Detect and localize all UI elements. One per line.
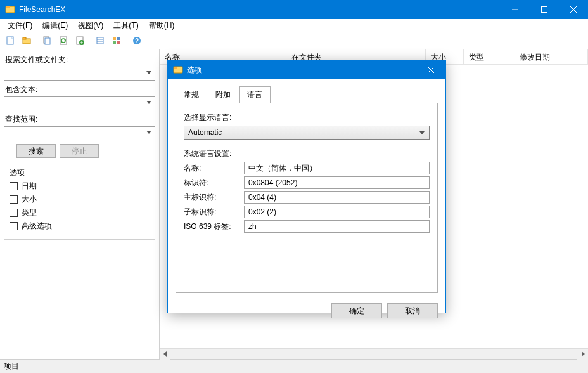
cancel-button[interactable]: 取消 — [387, 303, 438, 318]
search-button[interactable]: 搜索 — [16, 144, 56, 158]
row-sub: 子标识符: 0x02 (2) — [184, 206, 430, 218]
option-date-label: 日期 — [22, 181, 37, 192]
row-sub-value: 0x02 (2) — [244, 206, 430, 218]
maximize-button[interactable] — [530, 0, 559, 19]
options-title: 选项 — [10, 167, 151, 178]
option-type-label: 类型 — [22, 207, 37, 218]
grid-view-icon[interactable] — [109, 33, 124, 48]
svg-rect-34 — [174, 67, 177, 69]
menu-tools[interactable]: 工具(T) — [108, 20, 143, 32]
dialog-body: 常规 附加 语言 选择显示语言: Automatic 系统语言设置: 名称: 中… — [168, 79, 445, 298]
row-major-value: 0x04 (4) — [244, 191, 430, 204]
col-modified[interactable]: 修改日期 — [514, 49, 588, 64]
row-id-key: 标识符: — [184, 178, 244, 188]
add-icon[interactable] — [72, 33, 87, 48]
dialog-icon — [173, 65, 183, 75]
scroll-left-icon[interactable] — [160, 349, 170, 360]
chevron-down-icon — [146, 99, 152, 105]
refresh-icon[interactable] — [56, 33, 71, 48]
statusbar: 项目 — [0, 359, 588, 373]
row-iso-key: ISO 639 标签: — [184, 221, 244, 232]
tab-additional[interactable]: 附加 — [207, 86, 239, 103]
search-input[interactable] — [4, 67, 155, 81]
svg-rect-1 — [6, 6, 10, 8]
svg-marker-30 — [146, 131, 151, 134]
svg-rect-9 — [23, 37, 26, 39]
list-view-icon[interactable] — [93, 33, 108, 48]
row-major-key: 主标识符: — [184, 192, 244, 203]
option-advanced[interactable]: 高级选项 — [10, 221, 150, 232]
status-text: 项目 — [4, 361, 19, 372]
checkbox-icon[interactable] — [10, 182, 18, 190]
checkbox-icon[interactable] — [10, 209, 18, 217]
tab-general[interactable]: 常规 — [176, 86, 207, 103]
dialog-buttons: 确定 取消 — [168, 298, 445, 324]
option-type[interactable]: 类型 — [10, 207, 150, 218]
checkbox-icon[interactable] — [10, 195, 18, 204]
option-date[interactable]: 日期 — [10, 181, 150, 192]
svg-marker-31 — [163, 351, 167, 357]
svg-marker-28 — [146, 71, 151, 74]
svg-text:?: ? — [135, 37, 139, 44]
titlebar: FileSearchEX — [0, 0, 588, 19]
contains-label: 包含文本: — [5, 84, 155, 95]
language-select-value: Automatic — [188, 128, 222, 137]
search-label: 搜索文件或文件夹: — [5, 55, 155, 65]
minimize-button[interactable] — [501, 0, 530, 19]
scroll-right-icon[interactable] — [577, 349, 588, 360]
checkbox-icon[interactable] — [10, 222, 18, 230]
menu-view[interactable]: 视图(V) — [73, 20, 108, 32]
col-type[interactable]: 类型 — [464, 49, 514, 64]
svg-marker-32 — [582, 351, 585, 357]
close-button[interactable] — [559, 0, 588, 19]
chevron-down-icon — [146, 129, 152, 135]
row-name-key: 名称: — [184, 163, 244, 174]
svg-marker-37 — [419, 131, 425, 134]
options-group: 选项 日期 大小 类型 高级选项 — [4, 162, 155, 240]
contains-input[interactable] — [4, 96, 155, 110]
left-panel: 搜索文件或文件夹: 包含文本: 查找范围: 搜索 停止 选项 日期 大小 类型 … — [0, 49, 160, 359]
row-iso: ISO 639 标签: zh — [184, 220, 430, 233]
stop-button[interactable]: 停止 — [60, 144, 99, 158]
dialog-titlebar: 选项 — [168, 60, 445, 79]
copy-icon[interactable] — [39, 33, 54, 48]
menu-help[interactable]: 帮助(H) — [144, 20, 180, 32]
menubar: 文件(F) 编辑(E) 视图(V) 工具(T) 帮助(H) — [0, 19, 588, 32]
option-size-label: 大小 — [22, 194, 37, 205]
tab-content: 选择显示语言: Automatic 系统语言设置: 名称: 中文（简体，中国） … — [176, 103, 438, 293]
help-icon[interactable]: ? — [129, 33, 144, 48]
svg-rect-22 — [113, 37, 116, 40]
ok-button[interactable]: 确定 — [331, 303, 382, 318]
svg-marker-29 — [146, 101, 151, 104]
lookin-label: 查找范围: — [5, 114, 155, 125]
toolbar: ? — [0, 32, 588, 49]
dialog-title: 选项 — [187, 65, 416, 75]
svg-rect-25 — [117, 41, 120, 44]
tab-language[interactable]: 语言 — [239, 86, 271, 103]
chevron-down-icon — [419, 129, 425, 136]
new-file-icon[interactable] — [3, 33, 18, 48]
lookin-input[interactable] — [4, 126, 155, 140]
row-major: 主标识符: 0x04 (4) — [184, 191, 430, 204]
dialog-close-button[interactable] — [416, 60, 445, 79]
window-buttons — [501, 0, 588, 19]
system-language-label: 系统语言设置: — [184, 148, 430, 159]
options-dialog: 选项 常规 附加 语言 选择显示语言: Automatic 系统语言设置: 名称… — [167, 60, 446, 313]
svg-rect-24 — [113, 41, 116, 44]
horizontal-scrollbar[interactable] — [160, 348, 588, 359]
option-size[interactable]: 大小 — [10, 194, 150, 205]
svg-rect-19 — [97, 37, 103, 44]
svg-rect-11 — [45, 38, 50, 44]
open-folder-icon[interactable] — [19, 33, 34, 48]
app-icon — [5, 4, 15, 15]
language-select-label: 选择显示语言: — [184, 112, 430, 123]
row-sub-key: 子标识符: — [184, 207, 244, 218]
menu-file[interactable]: 文件(F) — [3, 20, 37, 32]
row-iso-value: zh — [244, 220, 430, 233]
row-name: 名称: 中文（简体，中国） — [184, 162, 430, 174]
row-name-value: 中文（简体，中国） — [244, 162, 430, 174]
svg-rect-23 — [117, 37, 120, 40]
language-select[interactable]: Automatic — [184, 126, 430, 140]
option-advanced-label: 高级选项 — [22, 221, 52, 232]
menu-edit[interactable]: 编辑(E) — [37, 20, 73, 32]
